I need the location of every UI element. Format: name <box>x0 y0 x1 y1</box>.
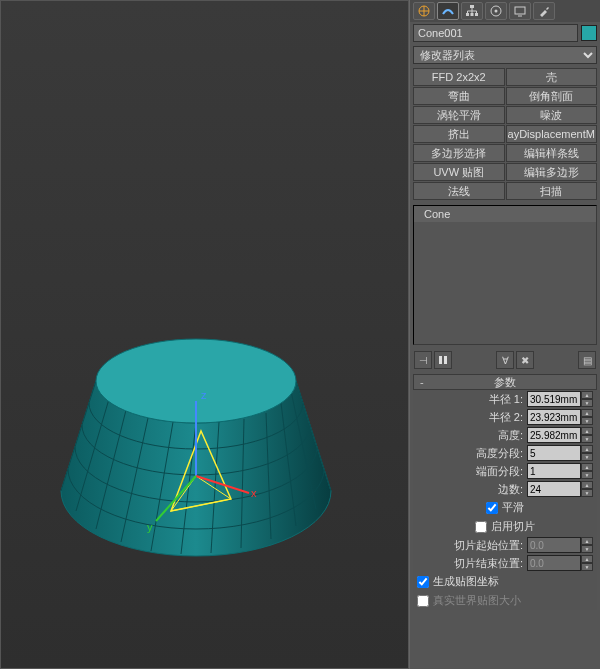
command-panel-tabs <box>410 0 600 22</box>
slice-from-spinner <box>527 537 581 553</box>
height-label: 高度: <box>498 428 523 443</box>
mod-btn-shell[interactable]: 壳 <box>506 68 598 86</box>
mod-btn-bevelprofile[interactable]: 倒角剖面 <box>506 87 598 105</box>
viewport-canvas: z x y <box>1 1 411 669</box>
command-panel: 修改器列表 FFD 2x2x2 壳 弯曲 倒角剖面 涡轮平滑 噪波 挤出 ayD… <box>409 0 600 669</box>
radius1-spinner[interactable] <box>527 391 581 407</box>
hseg-label: 高度分段: <box>476 446 523 461</box>
sides-spinner[interactable] <box>527 481 581 497</box>
svg-text:x: x <box>251 487 257 499</box>
mod-btn-ffd[interactable]: FFD 2x2x2 <box>413 68 505 86</box>
smooth-label: 平滑 <box>502 500 524 515</box>
svg-rect-37 <box>444 356 447 364</box>
svg-rect-27 <box>475 13 478 16</box>
slice-to-spinner <box>527 555 581 571</box>
sides-label: 边数: <box>498 482 523 497</box>
svg-rect-24 <box>470 5 474 8</box>
spinner-down-icon[interactable]: ▼ <box>581 399 593 407</box>
real-world-label: 真实世界贴图大小 <box>433 593 521 608</box>
slice-to-label: 切片结束位置: <box>454 556 523 571</box>
svg-rect-25 <box>466 13 469 16</box>
remove-modifier-icon[interactable]: ✖ <box>516 351 534 369</box>
svg-text:y: y <box>147 521 153 533</box>
utilities-tab-icon[interactable] <box>533 2 555 20</box>
radius1-label: 半径 1: <box>489 392 523 407</box>
hierarchy-tab-icon[interactable] <box>461 2 483 20</box>
radius2-label: 半径 2: <box>489 410 523 425</box>
svg-rect-26 <box>471 13 474 16</box>
object-color-swatch[interactable] <box>581 25 597 41</box>
viewport-3d[interactable]: z x y <box>0 0 409 669</box>
slice-on-label: 启用切片 <box>491 519 535 534</box>
parameters-rollup: -参数 半径 1:▲▼ 半径 2:▲▼ 高度:▲▼ 高度分段:▲▼ 端面分段:▲… <box>413 374 597 610</box>
mod-btn-bend[interactable]: 弯曲 <box>413 87 505 105</box>
slice-on-checkbox[interactable] <box>475 521 487 533</box>
svg-rect-34 <box>515 7 525 14</box>
gen-map-label: 生成贴图坐标 <box>433 574 499 589</box>
motion-tab-icon[interactable] <box>485 2 507 20</box>
rollup-title: 参数 <box>494 375 516 390</box>
capseg-label: 端面分段: <box>476 464 523 479</box>
show-end-result-icon[interactable] <box>434 351 452 369</box>
modifier-list-dropdown[interactable]: 修改器列表 <box>413 46 597 64</box>
mod-btn-uvwmap[interactable]: UVW 贴图 <box>413 163 505 181</box>
display-tab-icon[interactable] <box>509 2 531 20</box>
gen-map-checkbox[interactable] <box>417 576 429 588</box>
capseg-spinner[interactable] <box>527 463 581 479</box>
mod-btn-extrude[interactable]: 挤出 <box>413 125 505 143</box>
mod-btn-editpoly[interactable]: 编辑多边形 <box>506 163 598 181</box>
object-name-input[interactable] <box>413 24 578 42</box>
mod-btn-normal[interactable]: 法线 <box>413 182 505 200</box>
radius2-spinner[interactable] <box>527 409 581 425</box>
smooth-checkbox[interactable] <box>486 502 498 514</box>
spinner-up-icon[interactable]: ▲ <box>581 391 593 399</box>
parameters-rollup-header[interactable]: -参数 <box>413 374 597 390</box>
pin-stack-icon[interactable]: ⊣ <box>414 351 432 369</box>
mod-btn-polyselect[interactable]: 多边形选择 <box>413 144 505 162</box>
mod-btn-raydisp[interactable]: ayDisplacementM <box>506 125 598 143</box>
stack-item-cone[interactable]: Cone <box>414 206 596 222</box>
modifier-button-set: FFD 2x2x2 壳 弯曲 倒角剖面 涡轮平滑 噪波 挤出 ayDisplac… <box>410 66 600 202</box>
mod-btn-turbosmooth[interactable]: 涡轮平滑 <box>413 106 505 124</box>
svg-rect-36 <box>439 356 442 364</box>
stack-toolbar: ⊣ ∀ ✖ ▤ <box>410 348 600 372</box>
mod-btn-editspline[interactable]: 编辑样条线 <box>506 144 598 162</box>
configure-sets-icon[interactable]: ▤ <box>578 351 596 369</box>
modify-tab-icon[interactable] <box>437 2 459 20</box>
hseg-spinner[interactable] <box>527 445 581 461</box>
svg-point-33 <box>495 10 498 13</box>
real-world-checkbox[interactable] <box>417 595 429 607</box>
mod-btn-noise[interactable]: 噪波 <box>506 106 598 124</box>
create-tab-icon[interactable] <box>413 2 435 20</box>
mod-btn-sweep[interactable]: 扫描 <box>506 182 598 200</box>
height-spinner[interactable] <box>527 427 581 443</box>
make-unique-icon[interactable]: ∀ <box>496 351 514 369</box>
slice-from-label: 切片起始位置: <box>454 538 523 553</box>
svg-text:z: z <box>201 389 207 401</box>
modifier-stack[interactable]: Cone <box>413 205 597 345</box>
